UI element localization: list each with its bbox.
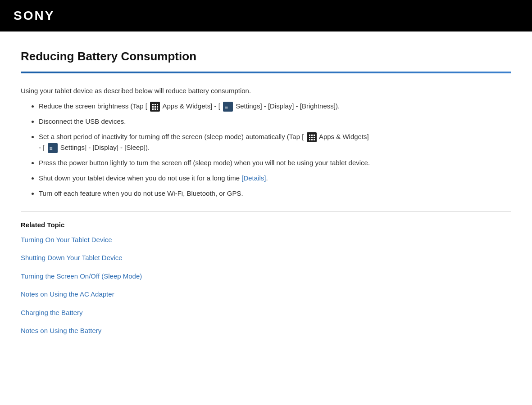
bullet-2-text: Disconnect the USB devices. bbox=[39, 117, 126, 125]
intro-text: Using your tablet device as described be… bbox=[21, 86, 511, 96]
related-link-item-5: Charging the Battery bbox=[21, 308, 511, 318]
main-content: Reducing Battery Consumption Using your … bbox=[0, 32, 532, 362]
bullet-item-4: Press the power button lightly to turn t… bbox=[39, 158, 511, 168]
header: SONY bbox=[0, 0, 532, 32]
related-link-5[interactable]: Charging the Battery bbox=[21, 309, 83, 316]
bullet-1-text-mid1: Apps & Widgets] - [ bbox=[162, 102, 220, 110]
bullet-item-3: Set a short period of inactivity for tur… bbox=[39, 131, 511, 153]
details-link[interactable]: [Details] bbox=[241, 174, 266, 182]
blue-divider bbox=[21, 72, 511, 73]
settings-icon-2 bbox=[48, 143, 58, 153]
bullet-4-text: Press the power button lightly to turn t… bbox=[39, 159, 370, 166]
apps-icon-1 bbox=[150, 102, 160, 112]
related-link-item-3: Turning the Screen On/Off (Sleep Mode) bbox=[21, 271, 511, 282]
related-link-item-1: Turning On Your Tablet Device bbox=[21, 235, 511, 245]
related-link-item-4: Notes on Using the AC Adapter bbox=[21, 289, 511, 300]
related-link-1[interactable]: Turning On Your Tablet Device bbox=[21, 236, 112, 243]
bullet-3-text-mid2: Settings] - [Display] - [Sleep]). bbox=[60, 144, 150, 151]
bullet-5-text-before: Shut down your tablet device when you do… bbox=[39, 174, 241, 182]
bullet-3-text-before: Set a short period of inactivity for tur… bbox=[39, 133, 304, 140]
bullet-1-text-mid2: Settings] - [Display] - [Brightness]). bbox=[236, 102, 340, 110]
related-link-3[interactable]: Turning the Screen On/Off (Sleep Mode) bbox=[21, 272, 142, 280]
page-title: Reducing Battery Consumption bbox=[21, 50, 511, 63]
related-link-item-2: Shutting Down Your Tablet Device bbox=[21, 253, 511, 263]
related-topic-section: Related Topic Turning On Your Tablet Dev… bbox=[21, 221, 511, 336]
related-link-6[interactable]: Notes on Using the Battery bbox=[21, 327, 101, 334]
sony-logo: SONY bbox=[14, 9, 55, 23]
gray-divider bbox=[21, 212, 511, 212]
bullet-1-text-before: Reduce the screen brightness (Tap [ bbox=[39, 102, 147, 110]
bullet-item-2: Disconnect the USB devices. bbox=[39, 116, 511, 127]
bullet-6-text: Turn off each feature when you do not us… bbox=[39, 189, 243, 197]
related-link-2[interactable]: Shutting Down Your Tablet Device bbox=[21, 254, 123, 261]
settings-icon-1 bbox=[223, 102, 233, 112]
related-link-item-6: Notes on Using the Battery bbox=[21, 326, 511, 336]
apps-icon-2 bbox=[307, 132, 317, 142]
bullet-item-6: Turn off each feature when you do not us… bbox=[39, 188, 511, 199]
related-links-list: Turning On Your Tablet Device Shutting D… bbox=[21, 235, 511, 336]
bullet-list: Reduce the screen brightness (Tap [ Apps… bbox=[21, 101, 511, 199]
bullet-item-1: Reduce the screen brightness (Tap [ Apps… bbox=[39, 101, 511, 112]
bullet-5-text-after: . bbox=[266, 174, 268, 182]
related-topic-heading: Related Topic bbox=[21, 221, 511, 229]
bullet-item-5: Shut down your tablet device when you do… bbox=[39, 173, 511, 184]
related-link-4[interactable]: Notes on Using the AC Adapter bbox=[21, 290, 114, 298]
